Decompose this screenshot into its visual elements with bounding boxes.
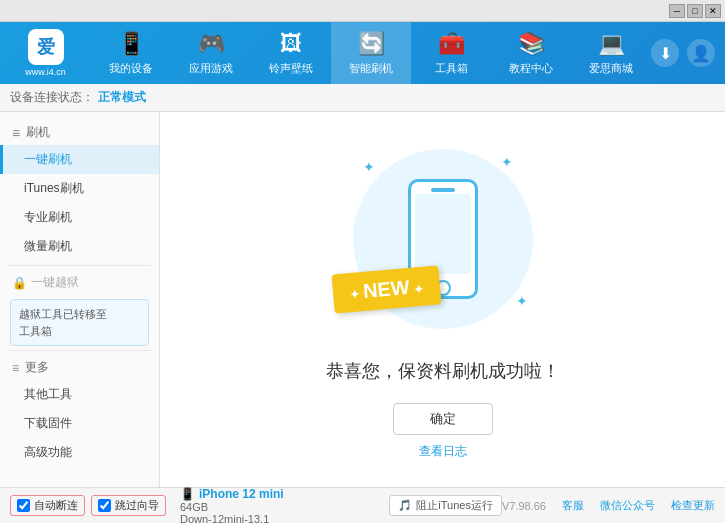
status-value: 正常模式: [98, 89, 146, 106]
confirm-button[interactable]: 确定: [393, 403, 493, 435]
jailbreak-notice: 越狱工具已转移至工具箱: [10, 299, 149, 346]
toolbox-icon: 🧰: [438, 31, 465, 57]
more-section-header[interactable]: ≡ 更多: [0, 355, 159, 380]
wechat-link[interactable]: 微信公众号: [600, 498, 655, 513]
lock-icon: 🔒: [12, 276, 27, 290]
main-panel: ✦ ✦ ✦ NEW 恭喜您，保资料刷机成功啦！ 确定 查看日志: [160, 112, 725, 487]
download-button[interactable]: ⬇: [651, 39, 679, 67]
nav-smart-flash-label: 智能刷机: [349, 61, 393, 76]
nav-wallpaper-label: 铃声壁纸: [269, 61, 313, 76]
device-model: Down-12mini-13,1: [180, 513, 389, 524]
flash-section-label: 刷机: [26, 124, 50, 141]
sidebar-item-advanced[interactable]: 高级功能: [0, 438, 159, 467]
skip-wizard-input[interactable]: [98, 499, 111, 512]
view-log-link[interactable]: 查看日志: [419, 443, 467, 460]
device-section: 📱 iPhone 12 mini 64GB Down-12mini-13,1: [180, 487, 389, 524]
my-device-icon: 📱: [118, 31, 145, 57]
logo-text: www.i4.cn: [25, 67, 66, 77]
close-button[interactable]: ✕: [705, 4, 721, 18]
logo-area: 爱 www.i4.cn: [0, 29, 91, 77]
itunes-button[interactable]: 🎵 阻止iTunes运行: [389, 495, 502, 516]
apps-games-icon: 🎮: [198, 31, 225, 57]
more-section-label: 更多: [25, 359, 49, 376]
sidebar-divider-2: [8, 350, 151, 351]
jailbreak-label: 一键越狱: [31, 274, 79, 291]
auto-close-label: 自动断连: [34, 498, 78, 513]
header-right: ⬇ 👤: [651, 39, 725, 67]
wallpaper-icon: 🖼: [280, 31, 302, 57]
sparkle-icon-3: ✦: [516, 293, 528, 309]
sidebar-item-itunes-flash[interactable]: iTunes刷机: [0, 174, 159, 203]
customer-service-link[interactable]: 客服: [562, 498, 584, 513]
sidebar-item-other-tools[interactable]: 其他工具: [0, 380, 159, 409]
success-text: 恭喜您，保资料刷机成功啦！: [326, 359, 560, 383]
sidebar-item-one-key-flash[interactable]: 一键刷机: [0, 145, 159, 174]
flash-section-header[interactable]: ≡ 刷机: [0, 120, 159, 145]
flash-section-icon: ≡: [12, 125, 20, 141]
auto-close-input[interactable]: [17, 499, 30, 512]
status-label: 设备连接状态：: [10, 89, 94, 106]
sparkle-icon-2: ✦: [501, 154, 513, 170]
store-icon: 💻: [598, 31, 625, 57]
header: 爱 www.i4.cn 📱 我的设备 🎮 应用游戏 🖼 铃声壁纸 🔄 智能刷机 …: [0, 22, 725, 84]
skip-wizard-label: 跳过向导: [115, 498, 159, 513]
jailbreak-section: 🔒 一键越狱: [0, 270, 159, 295]
device-name: 📱 iPhone 12 mini: [180, 487, 389, 501]
maximize-button[interactable]: □: [687, 4, 703, 18]
check-update-link[interactable]: 检查更新: [671, 498, 715, 513]
nav-smart-flash[interactable]: 🔄 智能刷机: [331, 22, 411, 84]
status-bar: 设备连接状态： 正常模式: [0, 84, 725, 112]
itunes-icon: 🎵: [398, 499, 412, 512]
sparkle-icon-1: ✦: [363, 159, 375, 175]
itunes-label: 阻止iTunes运行: [416, 498, 493, 513]
nav-wallpaper[interactable]: 🖼 铃声壁纸: [251, 22, 331, 84]
logo-icon: 爱: [28, 29, 64, 65]
smart-flash-icon: 🔄: [358, 31, 385, 57]
sidebar-item-download-fw[interactable]: 下载固件: [0, 409, 159, 438]
nav-toolbox[interactable]: 🧰 工具箱: [411, 22, 491, 84]
nav-store[interactable]: 💻 爱思商城: [571, 22, 651, 84]
sidebar: ≡ 刷机 一键刷机 iTunes刷机 专业刷机 微量刷机 🔒 一键越狱 越狱工具…: [0, 112, 160, 487]
more-section-icon: ≡: [12, 361, 19, 375]
sidebar-item-pro-flash[interactable]: 专业刷机: [0, 203, 159, 232]
phone-speaker: [431, 188, 455, 192]
user-button[interactable]: 👤: [687, 39, 715, 67]
nav-items: 📱 我的设备 🎮 应用游戏 🖼 铃声壁纸 🔄 智能刷机 🧰 工具箱 📚 教程中心…: [91, 22, 651, 84]
main-content: ≡ 刷机 一键刷机 iTunes刷机 专业刷机 微量刷机 🔒 一键越狱 越狱工具…: [0, 112, 725, 487]
nav-tutorial-label: 教程中心: [509, 61, 553, 76]
device-icon: 📱: [180, 487, 195, 501]
bottom-left: 自动断连 跳过向导: [10, 495, 170, 516]
nav-toolbox-label: 工具箱: [435, 61, 468, 76]
nav-my-device-label: 我的设备: [109, 61, 153, 76]
title-bar: ─ □ ✕: [0, 0, 725, 22]
nav-apps-games-label: 应用游戏: [189, 61, 233, 76]
nav-store-label: 爱思商城: [589, 61, 633, 76]
window-controls[interactable]: ─ □ ✕: [669, 4, 721, 18]
bottom-bar: 自动断连 跳过向导 📱 iPhone 12 mini 64GB Down-12m…: [0, 487, 725, 523]
nav-apps-games[interactable]: 🎮 应用游戏: [171, 22, 251, 84]
version-text: V7.98.66: [502, 500, 546, 512]
sidebar-item-wipe-flash[interactable]: 微量刷机: [0, 232, 159, 261]
auto-close-checkbox[interactable]: 自动断连: [10, 495, 85, 516]
phone-screen: [415, 194, 471, 274]
sidebar-divider-1: [8, 265, 151, 266]
minimize-button[interactable]: ─: [669, 4, 685, 18]
nav-my-device[interactable]: 📱 我的设备: [91, 22, 171, 84]
bottom-right: V7.98.66 客服 微信公众号 检查更新: [502, 498, 715, 513]
tutorial-icon: 📚: [518, 31, 545, 57]
success-illustration: ✦ ✦ ✦ NEW: [343, 139, 543, 339]
skip-wizard-checkbox[interactable]: 跳过向导: [91, 495, 166, 516]
device-storage: 64GB: [180, 501, 389, 513]
nav-tutorial[interactable]: 📚 教程中心: [491, 22, 571, 84]
